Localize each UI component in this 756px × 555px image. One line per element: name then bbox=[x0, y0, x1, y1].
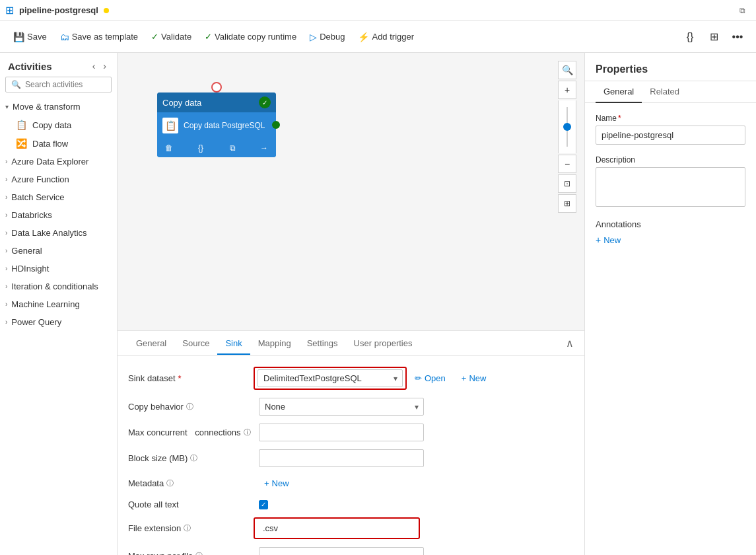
quote-all-text-label: Quote all text bbox=[128, 500, 254, 509]
sidebar-item-data-flow[interactable]: 🔀 Data flow ⋮⋮ bbox=[0, 134, 117, 153]
sidebar-section-azure-data-explorer[interactable]: › Azure Data Explorer bbox=[0, 153, 117, 170]
sidebar-section-move-transform[interactable]: ▾ Move & transform bbox=[0, 98, 117, 116]
props-tab-general[interactable]: General bbox=[596, 81, 642, 103]
chevron-right-icon: › bbox=[5, 176, 7, 183]
max-rows-input[interactable] bbox=[259, 547, 424, 555]
pipeline-node: Copy data ✓ 📋 Copy data PostgreSQL 🗑 {} … bbox=[157, 92, 276, 157]
block-size-input[interactable] bbox=[259, 449, 424, 467]
max-rows-info-icon[interactable]: ⓘ bbox=[195, 551, 203, 555]
tab-mapping[interactable]: Mapping bbox=[250, 333, 299, 355]
sidebar-section-batch-service[interactable]: › Batch Service bbox=[0, 188, 117, 206]
add-trigger-button[interactable]: ⚡ Add trigger bbox=[353, 28, 419, 46]
sidebar-section-machine-learning[interactable]: › Machine Learning bbox=[0, 295, 117, 313]
canvas-zoom-in-button[interactable]: + bbox=[558, 81, 576, 99]
sink-dataset-label: Sink dataset * bbox=[128, 373, 254, 383]
canvas: 🔍 + − ⊡ ⊞ Copy data ✓ bbox=[118, 53, 584, 330]
tab-user-properties[interactable]: User properties bbox=[346, 333, 421, 355]
sidebar-section-general[interactable]: › General bbox=[0, 242, 117, 260]
node-box[interactable]: Copy data ✓ 📋 Copy data PostgreSQL 🗑 {} … bbox=[157, 92, 276, 157]
search-input[interactable] bbox=[25, 80, 106, 89]
copy-behavior-control: None PreserveHierarchy FlattenHierarchy … bbox=[259, 398, 424, 416]
debug-button[interactable]: ▷ Debug bbox=[304, 28, 350, 46]
sidebar-section-databricks[interactable]: › Databricks bbox=[0, 206, 117, 224]
sink-dataset-select[interactable]: DelimitedTextPostgreSQL bbox=[258, 369, 403, 387]
save-button[interactable]: 💾 Save bbox=[8, 28, 52, 46]
sidebar-section-iteration-conditionals[interactable]: › Iteration & conditionals bbox=[0, 278, 117, 295]
sidebar-section-power-query[interactable]: › Power Query bbox=[0, 313, 117, 331]
sidebar-item-copy-data[interactable]: 📋 Copy data ⋮⋮ bbox=[0, 116, 117, 134]
bottom-panel-close-button[interactable]: ∧ bbox=[566, 337, 574, 350]
node-body-text: Copy data PostgreSQL bbox=[184, 121, 265, 130]
tab-settings[interactable]: Settings bbox=[299, 333, 346, 355]
sidebar-section-azure-function[interactable]: › Azure Function bbox=[0, 170, 117, 188]
validate-copy-runtime-button[interactable]: ✓ Validate copy runtime bbox=[199, 28, 302, 46]
copy-behavior-info-icon[interactable]: ⓘ bbox=[186, 402, 193, 412]
slider-thumb bbox=[563, 123, 571, 131]
props-tab-related[interactable]: Related bbox=[642, 81, 687, 103]
metadata-new-button[interactable]: + New bbox=[259, 475, 294, 492]
toolbar: 💾 Save 🗂 Save as template ✓ Validate ✓ V… bbox=[0, 21, 756, 53]
max-concurrent-input[interactable] bbox=[259, 424, 424, 441]
sink-content: Sink dataset * DelimitedTextPostgreSQL ✏ bbox=[118, 356, 584, 555]
toolbar-right: {} ⊞ ••• bbox=[679, 26, 748, 48]
chevron-down-icon: ▾ bbox=[5, 103, 9, 110]
canvas-zoom-slider[interactable] bbox=[558, 100, 576, 153]
sidebar-section-data-lake-analytics[interactable]: › Data Lake Analytics bbox=[0, 224, 117, 242]
max-concurrent-info-icon[interactable]: ⓘ bbox=[244, 427, 251, 437]
tab-general[interactable]: General bbox=[128, 333, 174, 355]
metadata-info-icon[interactable]: ⓘ bbox=[166, 478, 174, 488]
copy-data-node-icon: 📋 bbox=[162, 118, 178, 133]
quote-all-text-checkbox[interactable]: ✓ bbox=[259, 500, 268, 509]
success-indicator bbox=[272, 121, 280, 129]
new-dataset-button[interactable]: + New bbox=[456, 370, 492, 387]
copy-data-icon: 📋 bbox=[16, 120, 27, 130]
plus-icon: + bbox=[596, 235, 601, 245]
block-size-info-icon[interactable]: ⓘ bbox=[190, 453, 197, 463]
canvas-grid-button[interactable]: ⊞ bbox=[558, 194, 576, 213]
metadata-actions: + New bbox=[259, 475, 294, 492]
file-extension-info-icon[interactable]: ⓘ bbox=[184, 523, 191, 533]
props-annotations: Annotations + New bbox=[596, 219, 745, 245]
node-anchor-top bbox=[211, 82, 222, 92]
canvas-zoom-out-button[interactable]: − bbox=[558, 155, 576, 173]
canvas-fit-button[interactable]: ⊡ bbox=[558, 174, 576, 193]
validate-button[interactable]: ✓ Validate bbox=[146, 28, 197, 46]
canvas-controls: 🔍 + − ⊡ ⊞ bbox=[558, 61, 576, 213]
more-button[interactable]: ••• bbox=[727, 26, 748, 48]
props-description-textarea[interactable] bbox=[596, 167, 745, 207]
copy-behavior-label: Copy behavior ⓘ bbox=[128, 402, 254, 412]
node-arrow-button[interactable]: → bbox=[258, 141, 271, 155]
tab-sink[interactable]: Sink bbox=[217, 333, 250, 355]
copy-behavior-select-wrapper: None PreserveHierarchy FlattenHierarchy … bbox=[259, 398, 424, 416]
sidebar-expand-btn[interactable]: › bbox=[100, 59, 109, 73]
tab-source[interactable]: Source bbox=[174, 333, 217, 355]
sidebar-section-hdinsight[interactable]: › HDInsight bbox=[0, 260, 117, 278]
max-concurrent-control bbox=[259, 424, 424, 441]
canvas-search-button[interactable]: 🔍 bbox=[558, 61, 576, 79]
sink-dataset-actions: ✏ Open + New bbox=[409, 370, 491, 387]
save-icon: 💾 bbox=[13, 32, 24, 42]
file-extension-input[interactable] bbox=[258, 520, 416, 536]
props-content: Name * Description Annotations + New bbox=[585, 103, 756, 555]
copy-behavior-select[interactable]: None PreserveHierarchy FlattenHierarchy … bbox=[259, 398, 424, 416]
max-rows-control bbox=[259, 547, 424, 555]
props-name-input[interactable] bbox=[596, 126, 745, 145]
props-description-label: Description bbox=[596, 155, 745, 165]
restore-icon[interactable]: ⧉ bbox=[739, 6, 745, 15]
template-view-button[interactable]: ⊞ bbox=[703, 26, 724, 48]
save-as-template-button[interactable]: 🗂 Save as template bbox=[55, 28, 143, 46]
code-button[interactable]: {} bbox=[679, 26, 701, 48]
add-annotation-button[interactable]: + New bbox=[596, 235, 621, 245]
max-concurrent-row: Max concurrent connections ⓘ bbox=[128, 424, 574, 441]
sidebar-collapse-btn[interactable]: ‹ bbox=[90, 59, 98, 73]
node-header: Copy data ✓ bbox=[157, 92, 276, 112]
quote-all-text-row: Quote all text ✓ bbox=[128, 500, 574, 509]
block-size-control bbox=[259, 449, 424, 467]
node-code-button[interactable]: {} bbox=[194, 141, 207, 155]
props-annotations-title: Annotations bbox=[596, 219, 745, 229]
node-copy-button[interactable]: ⧉ bbox=[226, 141, 239, 155]
max-rows-row: Max rows per file ⓘ bbox=[128, 547, 574, 555]
node-delete-button[interactable]: 🗑 bbox=[162, 141, 176, 155]
properties-panel: Properties General Related Name * Descri… bbox=[584, 53, 756, 555]
open-button[interactable]: ✏ Open bbox=[409, 370, 451, 387]
